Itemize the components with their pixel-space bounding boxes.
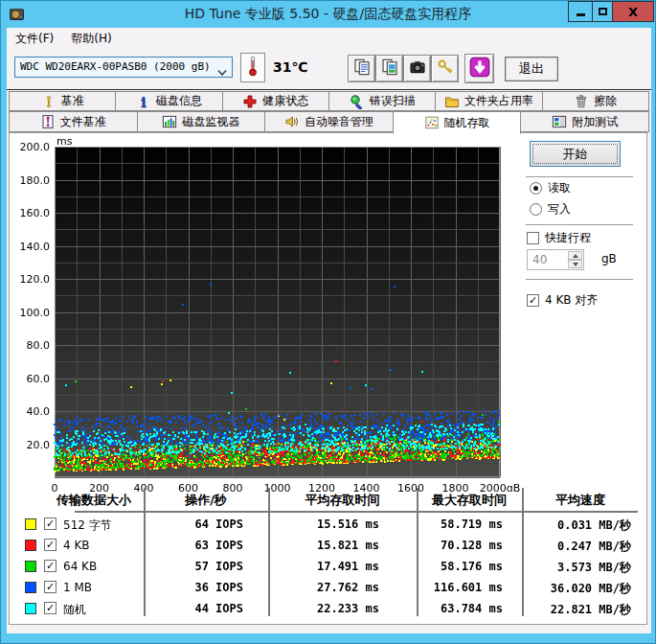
tab-label: 自动噪音管理 <box>305 114 373 130</box>
tab-label: 错误扫描 <box>370 93 416 109</box>
svg-text:i: i <box>141 94 146 109</box>
update-icon <box>469 57 490 81</box>
radio-icon <box>530 203 542 216</box>
tab-label: 附加测试 <box>572 114 618 130</box>
tab-label: 磁盘监视器 <box>182 114 239 130</box>
health-icon <box>242 94 258 109</box>
file-benchmark-icon: ! <box>40 114 56 129</box>
avg-speed-value: 22.821 MB/秒 <box>522 602 631 618</box>
tab-disk-monitor[interactable]: 磁盘监视器 <box>137 111 266 132</box>
align-4kb-label: 4 KB 对齐 <box>545 292 598 309</box>
align-4kb-checkbox[interactable]: ✓ 4 KB 对齐 <box>527 292 598 309</box>
series-color-swatch <box>25 561 36 572</box>
menu-bar: 文件(F)帮助(H) <box>7 28 651 49</box>
start-button[interactable]: 开始 <box>530 141 621 167</box>
avg-access-time-value: 27.762 ms <box>268 581 379 594</box>
max-access-time-value: 70.128 ms <box>417 539 503 552</box>
iops-value: 63 IOPS <box>144 539 243 552</box>
disk-monitor-icon <box>162 114 177 129</box>
content-panel: 开始 读取 写入 快捷行程 40 gB <box>9 132 647 625</box>
maximize-icon <box>599 8 607 15</box>
avg-speed-value: 0.247 MB/秒 <box>522 539 631 555</box>
tab-error-scan[interactable]: 错误扫描 <box>328 91 436 111</box>
max-access-time-value: 58.176 ms <box>417 560 503 573</box>
tab-label: 文件夹占用率 <box>464 93 533 109</box>
series-visible-checkbox[interactable]: ✓ <box>44 602 57 614</box>
tab-file-benchmark[interactable]: !文件基准 <box>9 111 138 132</box>
avg-speed-value: 3.573 MB/秒 <box>522 560 631 576</box>
tab-benchmark[interactable]: !基准 <box>9 91 116 111</box>
tab-folder-usage[interactable]: 文件夹占用率 <box>435 91 542 111</box>
series-label: 512 字节 <box>63 518 112 534</box>
iops-value: 57 IOPS <box>144 560 243 573</box>
chevron-down-icon <box>217 64 227 83</box>
series-label: 4 KB <box>63 539 90 552</box>
thermometer-icon <box>245 55 260 81</box>
folder-usage-icon <box>444 94 460 109</box>
drive-select[interactable]: WDC WD20EARX-00PASB0 (2000 gB) <box>14 57 233 78</box>
copy-image-button[interactable] <box>375 55 403 82</box>
quick-stroke-label: 快捷行程 <box>545 230 591 246</box>
checkbox-icon: ✓ <box>527 294 539 307</box>
random-access-icon <box>424 115 440 130</box>
erase-icon <box>574 94 589 109</box>
tab-disk-info[interactable]: i磁盘信息 <box>115 91 222 111</box>
copy-text-button[interactable] <box>348 55 375 82</box>
quick-stroke-size-input[interactable]: 40 <box>527 249 584 270</box>
update-button[interactable] <box>464 54 494 83</box>
separator <box>526 224 633 226</box>
max-access-time-value: 63.784 ms <box>417 602 503 615</box>
tab-erase[interactable]: 擦除 <box>542 91 649 111</box>
read-radio-label: 读取 <box>548 180 571 196</box>
series-color-swatch <box>25 603 36 614</box>
series-color-swatch <box>25 518 36 530</box>
menu-item-help[interactable]: 帮助(H) <box>62 28 120 49</box>
maximize-button[interactable] <box>593 1 613 22</box>
keys-icon <box>437 58 454 80</box>
tab-health[interactable]: 健康状态 <box>222 91 329 111</box>
tab-label: 擦除 <box>594 93 617 109</box>
minimize-button[interactable] <box>568 1 593 22</box>
minimize-icon <box>577 13 585 16</box>
client-area: 文件(F)帮助(H) WDC WD20EARX-00PASB0 (2000 gB… <box>7 28 651 633</box>
iops-value: 64 IOPS <box>144 518 243 531</box>
series-visible-checkbox[interactable]: ✓ <box>44 518 57 530</box>
spin-up-button[interactable] <box>568 251 582 260</box>
checkbox-icon <box>527 232 539 244</box>
temperature-button[interactable] <box>240 53 265 82</box>
table-row: ✓随机44 IOPS22.233 ms63.784 ms22.821 MB/秒 <box>10 599 646 620</box>
close-button[interactable]: X <box>613 1 654 22</box>
tab-label: 健康状态 <box>262 93 308 109</box>
avg-access-time-value: 17.491 ms <box>268 560 379 573</box>
table-row: ✓512 字节64 IOPS15.516 ms58.719 ms0.031 MB… <box>10 515 646 536</box>
random-access-chart <box>13 135 525 492</box>
copy-image-icon <box>381 58 398 80</box>
exit-button[interactable]: 退出 <box>505 57 558 81</box>
series-visible-checkbox[interactable]: ✓ <box>44 560 57 572</box>
tab-label: 随机存取 <box>444 115 490 131</box>
screenshot-button[interactable] <box>403 55 431 82</box>
avg-access-time-value: 22.233 ms <box>268 602 379 615</box>
tab-strip: !基准i磁盘信息健康状态错误扫描文件夹占用率擦除 !文件基准磁盘监视器自动噪音管… <box>9 91 649 132</box>
spin-down-button[interactable] <box>568 260 582 268</box>
radio-icon <box>530 182 542 195</box>
series-visible-checkbox[interactable]: ✓ <box>44 539 57 551</box>
license-keys-button[interactable] <box>431 55 459 82</box>
read-radio[interactable]: 读取 <box>530 180 571 196</box>
tab-aam[interactable]: 自动噪音管理 <box>264 111 394 132</box>
iops-value: 44 IOPS <box>144 602 243 615</box>
tab-label: 文件基准 <box>60 114 106 130</box>
avg-speed-value: 36.020 MB/秒 <box>522 581 631 597</box>
table-header: 平均存取时间 <box>268 492 417 509</box>
aam-icon <box>284 114 300 129</box>
series-label: 64 KB <box>63 560 97 573</box>
write-radio[interactable]: 写入 <box>530 201 571 218</box>
quick-stroke-checkbox[interactable]: 快捷行程 <box>527 230 591 246</box>
menu-item-file[interactable]: 文件(F) <box>7 28 62 49</box>
svg-text:!: ! <box>45 94 52 109</box>
max-access-time-value: 58.719 ms <box>417 518 503 531</box>
tab-random-access[interactable]: 随机存取 <box>393 111 522 134</box>
title-bar[interactable]: HD Tune 专业版 5.50 - 硬盘/固态硬盘实用程序 X <box>1 1 655 28</box>
tab-extra-tests[interactable]: 附加测试 <box>520 111 649 132</box>
series-visible-checkbox[interactable]: ✓ <box>44 581 57 593</box>
